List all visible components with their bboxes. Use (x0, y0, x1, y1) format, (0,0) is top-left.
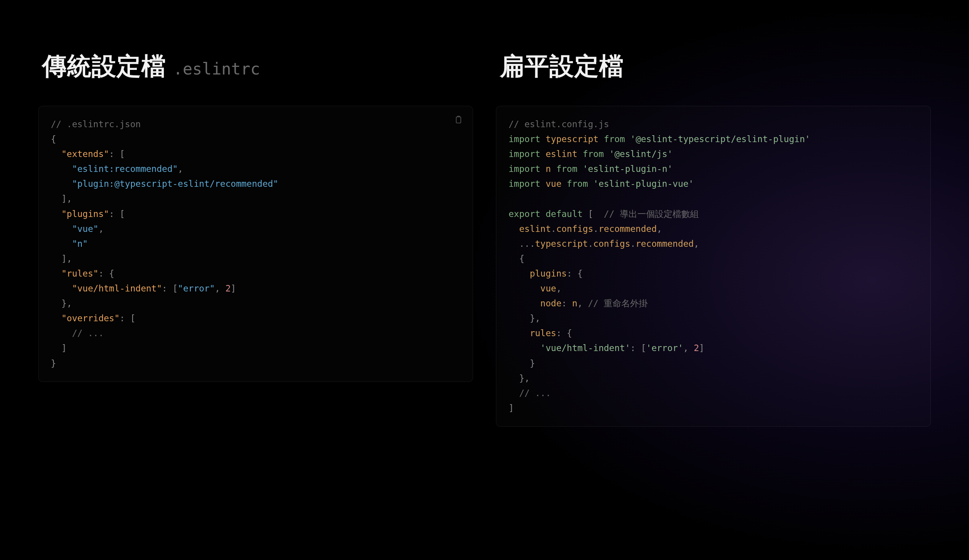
right-title: 扁平設定檔 (500, 50, 624, 83)
copy-button[interactable] (452, 114, 464, 126)
left-column: 傳統設定檔 .eslintrc // .eslintrc.json { "ext… (38, 50, 473, 560)
left-title: 傳統設定檔 (42, 50, 166, 83)
left-heading: 傳統設定檔 .eslintrc (38, 50, 473, 83)
two-column-container: 傳統設定檔 .eslintrc // .eslintrc.json { "ext… (0, 0, 969, 560)
clipboard-icon (454, 115, 463, 124)
right-column: 扁平設定檔 // eslint.config.js import typescr… (496, 50, 931, 560)
svg-rect-0 (456, 117, 461, 123)
left-subtitle: .eslintrc (173, 60, 260, 78)
right-heading: 扁平設定檔 (496, 50, 931, 83)
right-code-card: // eslint.config.js import typescript fr… (496, 106, 931, 427)
left-code-block: // .eslintrc.json { "extends": [ "eslint… (51, 117, 460, 371)
left-code-card: // .eslintrc.json { "extends": [ "eslint… (38, 106, 473, 382)
right-code-block: // eslint.config.js import typescript fr… (509, 117, 918, 415)
